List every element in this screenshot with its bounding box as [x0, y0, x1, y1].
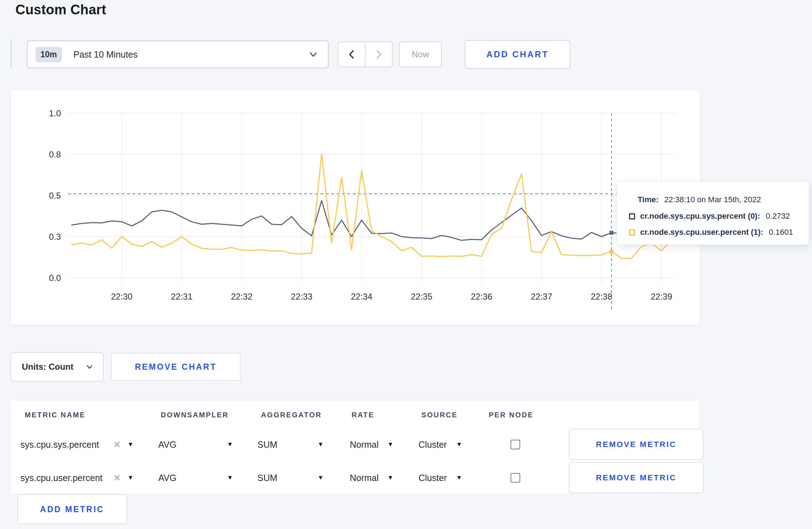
user-series-swatch-icon — [629, 229, 635, 236]
chart-tooltip: Time: 22:38:10 on Mar 15th, 2022 cr.node… — [617, 181, 809, 245]
x-axis-tick-label: 22:31 — [171, 292, 192, 301]
y-axis-tick-label: 0.8 — [49, 150, 61, 159]
downsampler-caret-icon[interactable]: ▼ — [227, 474, 233, 481]
col-header-rate: RATE — [352, 411, 374, 419]
x-axis-tick-label: 22:35 — [411, 292, 432, 301]
tooltip-time-label: Time: — [638, 195, 658, 204]
y-axis-tick-label: 0.0 — [49, 273, 61, 283]
aggregator-select[interactable]: SUM — [257, 473, 277, 483]
downsampler-select[interactable]: AVG — [158, 440, 177, 450]
table-row: sys.cpu.user.percent ✕ ▼ AVG ▼ SUM ▼ Nor… — [10, 462, 699, 494]
chart-card: 1.00.80.50.30.022:3022:3122:3222:3322:34… — [10, 89, 700, 325]
timeseries-chart[interactable]: 1.00.80.50.30.022:3022:3122:3222:3322:34… — [11, 90, 699, 324]
hover-point-user — [609, 249, 613, 253]
tooltip-series-row: cr.node.sys.cpu.sys.percent (0): 0.2732 — [629, 212, 790, 221]
source-caret-icon[interactable]: ▼ — [456, 441, 462, 448]
rate-select[interactable]: Normal — [350, 440, 379, 450]
next-time-button[interactable] — [366, 42, 392, 67]
y-axis-tick-label: 0.3 — [49, 232, 61, 242]
x-axis-tick-label: 22:30 — [111, 292, 132, 301]
tooltip-series-value: 0.1601 — [769, 228, 793, 237]
per-node-checkbox[interactable] — [511, 473, 520, 483]
metric-caret-icon[interactable]: ▼ — [127, 441, 134, 448]
tooltip-series-row: cr.node.sys.cpu.user.percent (1): 0.1601 — [629, 228, 793, 237]
tooltip-time-value: 22:38:10 on Mar 15th, 2022 — [664, 195, 761, 204]
rate-caret-icon[interactable]: ▼ — [387, 474, 393, 481]
y-axis-tick-label: 0.5 — [49, 191, 61, 200]
downsampler-caret-icon[interactable]: ▼ — [227, 441, 233, 448]
col-header-downsampler: DOWNSAMPLER — [161, 411, 229, 419]
source-caret-icon[interactable]: ▼ — [456, 474, 462, 481]
col-header-source: SOURCE — [421, 411, 458, 419]
tooltip-series-name: cr.node.sys.cpu.sys.percent (0): — [640, 212, 760, 221]
x-axis-tick-label: 22:32 — [231, 292, 252, 301]
remove-chart-button[interactable]: REMOVE CHART — [111, 353, 241, 381]
chevron-right-icon — [375, 49, 383, 60]
tooltip-series-value: 0.2732 — [766, 212, 790, 221]
prev-time-button[interactable] — [338, 42, 366, 67]
series-line-user — [72, 154, 671, 258]
aggregator-caret-icon[interactable]: ▼ — [318, 474, 324, 481]
hover-point-sys — [609, 231, 613, 235]
x-axis-tick-label: 22:39 — [651, 292, 672, 301]
x-axis-tick-label: 22:37 — [531, 292, 552, 301]
col-header-per-node: PER NODE — [489, 411, 533, 419]
x-axis-tick-label: 22:36 — [471, 292, 492, 301]
units-dropdown[interactable]: Units: Count — [10, 352, 104, 382]
aggregator-select[interactable]: SUM — [257, 440, 277, 450]
add-chart-button[interactable]: ADD CHART — [465, 40, 570, 69]
rate-select[interactable]: Normal — [350, 473, 379, 483]
now-button[interactable]: Now — [399, 42, 442, 67]
per-node-checkbox[interactable] — [511, 440, 520, 450]
tooltip-time-row: Time: 22:38:10 on Mar 15th, 2022 — [638, 195, 761, 204]
x-axis-tick-label: 22:33 — [291, 292, 312, 301]
x-axis-tick-label: 22:34 — [351, 292, 372, 301]
page-title: Custom Chart — [15, 2, 106, 18]
units-label: Units: Count — [22, 362, 73, 372]
time-range-badge: 10m — [35, 47, 62, 62]
clear-metric-icon[interactable]: ✕ — [113, 472, 121, 484]
source-select[interactable]: Cluster — [419, 473, 447, 483]
add-metric-button[interactable]: ADD METRIC — [17, 494, 127, 524]
metric-caret-icon[interactable]: ▼ — [127, 474, 134, 481]
x-axis-tick-label: 22:38 — [591, 292, 612, 301]
remove-metric-button[interactable]: REMOVE METRIC — [569, 429, 704, 460]
sys-series-swatch-icon — [629, 213, 635, 219]
col-header-aggregator: AGGREGATOR — [261, 411, 322, 419]
table-row: sys.cpu.sys.percent ✕ ▼ AVG ▼ SUM ▼ Norm… — [10, 429, 699, 460]
time-range-dropdown[interactable]: 10m Past 10 Minutes — [27, 40, 329, 68]
rate-caret-icon[interactable]: ▼ — [387, 441, 393, 448]
clear-metric-icon[interactable]: ✕ — [113, 439, 121, 450]
metric-name-select[interactable]: sys.cpu.user.percent — [20, 473, 102, 483]
y-axis-tick-label: 1.0 — [49, 108, 61, 118]
chevron-left-icon — [348, 49, 356, 60]
aggregator-caret-icon[interactable]: ▼ — [318, 441, 324, 448]
time-range-label: Past 10 Minutes — [73, 49, 137, 60]
col-header-metric-name: METRIC NAME — [25, 411, 86, 419]
chevron-down-icon — [308, 51, 319, 58]
chevron-down-icon — [85, 364, 94, 370]
series-line-sys — [72, 201, 671, 241]
source-select[interactable]: Cluster — [419, 440, 447, 450]
metric-name-select[interactable]: sys.cpu.sys.percent — [20, 440, 99, 450]
remove-metric-button[interactable]: REMOVE METRIC — [569, 462, 704, 493]
downsampler-select[interactable]: AVG — [158, 473, 177, 483]
time-nav-group — [338, 42, 393, 67]
tooltip-series-name: cr.node.sys.cpu.user.percent (1): — [640, 228, 763, 237]
toolbar-divider — [11, 39, 11, 69]
